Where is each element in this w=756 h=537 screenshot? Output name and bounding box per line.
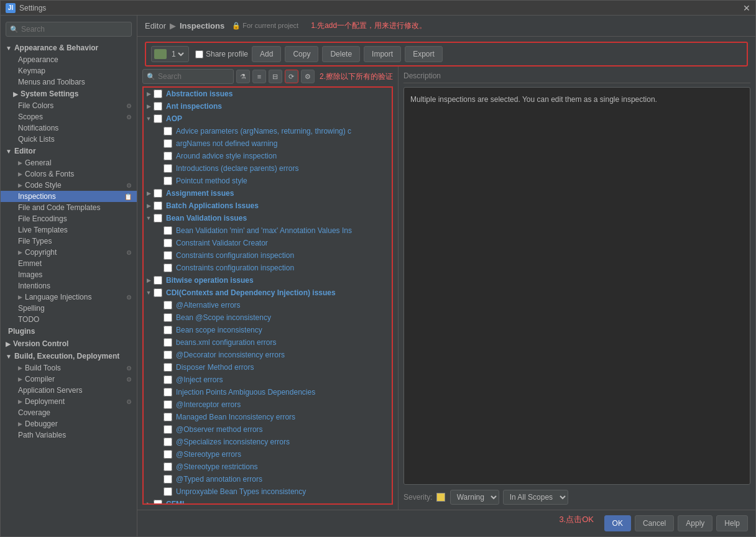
sidebar-item-images[interactable]: Images (1, 269, 137, 280)
sidebar-group-version-control[interactable]: ▶ Version Control (1, 337, 137, 350)
tree-checkbox[interactable] (164, 413, 172, 421)
tree-item[interactable]: Bean Validation 'min' and 'max' Annotati… (144, 224, 392, 237)
search-box[interactable]: 🔍 (142, 69, 234, 84)
sidebar-item-code-style[interactable]: ▶ Code Style ⚙ (1, 180, 137, 191)
copy-button[interactable]: Copy (285, 46, 318, 62)
tree-item[interactable]: @Specializes inconsistency errors (144, 436, 392, 448)
sidebar-item-menus-toolbars[interactable]: Menus and Toolbars (1, 76, 137, 88)
add-button[interactable]: Add (252, 46, 281, 62)
tree-checkbox[interactable] (164, 239, 172, 247)
sidebar-item-app-servers[interactable]: Application Servers (1, 385, 137, 396)
sidebar-item-notifications[interactable]: Notifications (1, 122, 137, 134)
sidebar-item-build-tools[interactable]: ▶ Build Tools ⚙ (1, 362, 137, 374)
share-profile-checkbox[interactable] (195, 50, 203, 58)
tree-item[interactable]: ▼ CDI(Contexts and Dependency Injection)… (144, 287, 392, 299)
tree-checkbox[interactable] (164, 177, 172, 185)
sidebar-item-file-types[interactable]: File Types (1, 236, 137, 247)
tree-item[interactable]: ▼ AOP (144, 112, 392, 125)
tree-checkbox[interactable] (164, 251, 172, 260)
sidebar-item-emmet[interactable]: Emmet (1, 258, 137, 269)
import-button[interactable]: Import (364, 46, 401, 62)
tree-item[interactable]: @Stereotype restrictions (144, 461, 392, 473)
tree-checkbox[interactable] (164, 475, 172, 484)
tree-checkbox[interactable] (164, 164, 172, 173)
tree-item[interactable]: Bean @Scope inconsistency (144, 311, 392, 324)
tree-checkbox[interactable] (154, 276, 162, 285)
tree-checkbox[interactable] (164, 438, 172, 446)
tree-checkbox[interactable] (154, 201, 162, 210)
sidebar-item-quick-lists[interactable]: Quick Lists (1, 134, 137, 145)
tree-checkbox[interactable] (164, 375, 172, 384)
tree-item[interactable]: ▶ Batch Applications Issues (144, 200, 392, 212)
sidebar-item-general[interactable]: ▶ General (1, 157, 137, 168)
sidebar-item-todo[interactable]: TODO (1, 314, 137, 325)
tree-item[interactable]: ▶ Ant inspections (144, 100, 392, 112)
sidebar-group-appearance-behavior[interactable]: ▼ Appearance & Behavior (1, 42, 137, 54)
settings-button[interactable]: ⚙ (301, 70, 315, 83)
tree-checkbox[interactable] (164, 425, 172, 434)
tree-checkbox[interactable] (154, 214, 162, 223)
reset-button[interactable]: ⟳ (285, 70, 298, 83)
tree-item[interactable]: Introductions (declare parents) errors (144, 162, 392, 175)
sidebar-item-intentions[interactable]: Intentions (1, 280, 137, 291)
tree-item[interactable]: Managed Bean Inconsistency errors (144, 411, 392, 423)
sidebar-item-file-encodings[interactable]: File Encodings (1, 213, 137, 224)
tree-item[interactable]: ▶ Abstraction issues (144, 88, 392, 100)
tree-item[interactable]: beans.xml configuration errors (144, 336, 392, 349)
sidebar-item-inspections[interactable]: Inspections 📋 (1, 191, 137, 202)
delete-button[interactable]: Delete (322, 46, 360, 62)
tree-item[interactable]: argNames not defined warning (144, 137, 392, 150)
ok-button[interactable]: OK (604, 515, 631, 531)
tree-item[interactable]: Constraint Validator Creator (144, 237, 392, 249)
tree-item[interactable]: @Stereotype errors (144, 448, 392, 461)
tree-item[interactable]: ▶ Assignment issues (144, 187, 392, 200)
tree-checkbox[interactable] (154, 288, 162, 297)
scope-select[interactable]: In All Scopes (503, 490, 568, 505)
sidebar-item-scopes[interactable]: Scopes ⚙ (1, 111, 137, 122)
tree-item[interactable]: ▶ Bitwise operation issues (144, 274, 392, 287)
tree-item[interactable]: @Inject errors (144, 374, 392, 386)
tree-checkbox[interactable] (164, 388, 172, 397)
tree-checkbox[interactable] (164, 326, 172, 334)
share-profile[interactable]: Share profile (195, 50, 248, 58)
tree-checkbox[interactable] (164, 400, 172, 409)
tree-checkbox[interactable] (164, 127, 172, 135)
inspection-search-input[interactable] (158, 72, 229, 81)
tree-item[interactable]: Constraints configuration inspection (144, 262, 392, 274)
sidebar-search-wrap[interactable]: 🔍 (6, 22, 132, 37)
sidebar-item-deployment[interactable]: ▶ Deployment ⚙ (1, 396, 137, 407)
tree-checkbox[interactable] (164, 462, 172, 471)
sidebar-item-spelling[interactable]: Spelling (1, 303, 137, 314)
tree-item[interactable]: @Alternative errors (144, 299, 392, 311)
tree-checkbox[interactable] (164, 487, 172, 496)
collapse-all-button[interactable]: ⊟ (269, 70, 282, 83)
tree-item[interactable]: Pointcut method style (144, 175, 392, 187)
tree-checkbox[interactable] (164, 264, 172, 272)
apply-button[interactable]: Apply (678, 515, 712, 531)
profile-select[interactable]: 1 (169, 49, 186, 59)
sidebar-item-language-injections[interactable]: ▶ Language Injections ⚙ (1, 291, 137, 303)
inspection-tree[interactable]: ▶ Abstraction issues ▶ Ant inspections (142, 86, 393, 505)
tree-item[interactable]: ▶ CFML (144, 498, 392, 505)
profile-select-wrap[interactable]: 1 (151, 46, 189, 62)
tree-item[interactable]: @Typed annotation errors (144, 473, 392, 485)
tree-checkbox[interactable] (164, 152, 172, 160)
sidebar-item-path-vars[interactable]: Path Variables (1, 429, 137, 441)
tree-item[interactable]: Constraints configuration inspection (144, 249, 392, 262)
sidebar-item-keymap[interactable]: Keymap (1, 65, 137, 76)
sidebar-group-plugins[interactable]: Plugins (1, 325, 137, 337)
sidebar-item-copyright[interactable]: ▶ Copyright ⚙ (1, 247, 137, 258)
tree-checkbox[interactable] (164, 450, 172, 459)
sidebar-group-system-settings[interactable]: ▶ System Settings (1, 88, 137, 100)
tree-checkbox[interactable] (154, 114, 162, 123)
expand-all-button[interactable]: ≡ (252, 70, 266, 83)
tree-checkbox[interactable] (164, 351, 172, 359)
sidebar-item-appearance[interactable]: Appearance (1, 54, 137, 65)
severity-select[interactable]: Warning (450, 490, 499, 505)
tree-checkbox[interactable] (154, 189, 162, 198)
tree-checkbox[interactable] (164, 226, 172, 235)
tree-item[interactable]: @Interceptor errors (144, 398, 392, 411)
help-button[interactable]: Help (716, 515, 748, 531)
tree-checkbox[interactable] (164, 313, 172, 322)
tree-item[interactable]: Disposer Method errors (144, 361, 392, 374)
